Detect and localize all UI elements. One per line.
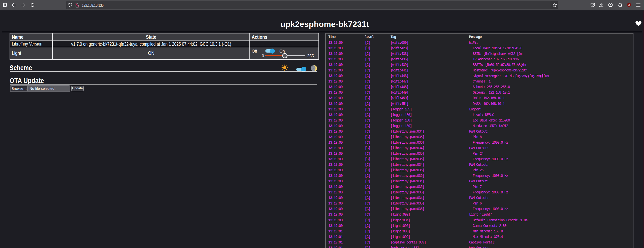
svg-text:uO: uO	[628, 4, 631, 6]
